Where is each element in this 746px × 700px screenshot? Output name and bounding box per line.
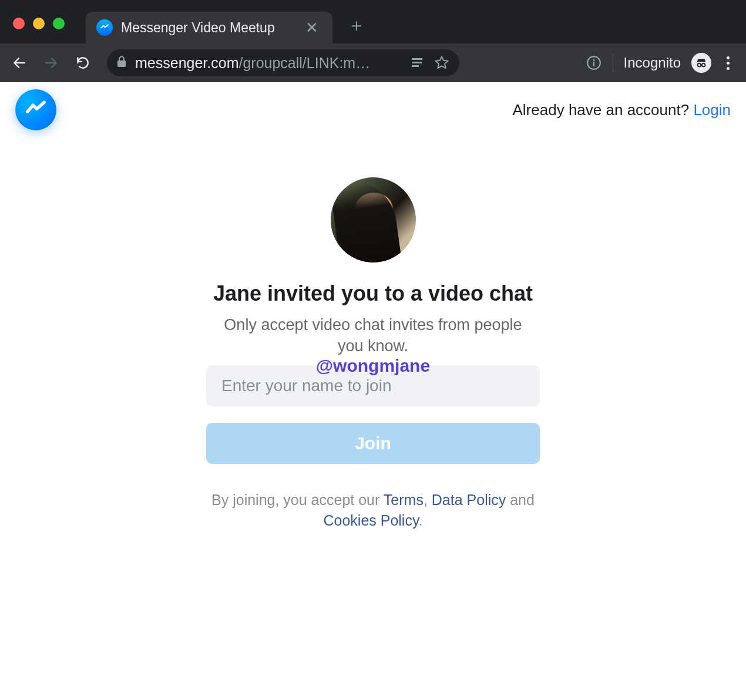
back-button[interactable] xyxy=(6,49,33,76)
watermark-text: @wongmjane xyxy=(316,356,430,376)
terms-link[interactable]: Terms xyxy=(384,492,424,508)
browser-tab[interactable]: Messenger Video Meetup ✕ xyxy=(86,12,332,43)
forward-button[interactable] xyxy=(38,49,65,76)
legal-prefix: By joining, you accept our xyxy=(211,492,384,508)
url-path: /groupcall/LINK:m… xyxy=(238,55,370,72)
svg-rect-1 xyxy=(412,58,422,60)
legal-sep2: and xyxy=(506,492,535,508)
address-bar[interactable]: messenger.com/groupcall/LINK:m… xyxy=(107,49,459,76)
site-info-icon[interactable] xyxy=(586,55,602,71)
window-controls xyxy=(0,7,78,29)
account-prompt-text: Already have an account? xyxy=(513,101,694,119)
data-policy-link[interactable]: Data Policy xyxy=(432,492,506,508)
titlebar: Messenger Video Meetup ✕ ＋ xyxy=(0,0,746,43)
arrow-right-icon xyxy=(43,55,59,70)
headline: Jane invited you to a video chat xyxy=(213,281,533,306)
new-tab-button[interactable]: ＋ xyxy=(332,14,381,38)
join-button[interactable]: Join xyxy=(206,423,540,464)
reload-button[interactable] xyxy=(69,49,96,76)
tab-title: Messenger Video Meetup xyxy=(121,20,294,36)
browser-menu-button[interactable] xyxy=(722,56,734,70)
legal-sep1: , xyxy=(424,492,432,508)
svg-point-7 xyxy=(698,63,701,67)
main-card: Jane invited you to a video chat Only ac… xyxy=(0,130,746,531)
url-text: messenger.com/groupcall/LINK:m… xyxy=(135,55,370,72)
bookmark-star-icon[interactable] xyxy=(434,55,450,71)
svg-point-5 xyxy=(593,59,594,61)
page-header: Already have an account? Login xyxy=(0,82,746,130)
browser-chrome: Messenger Video Meetup ✕ ＋ messenger.com… xyxy=(0,0,746,82)
toolbar-divider xyxy=(613,53,613,72)
arrow-left-icon xyxy=(12,55,27,70)
account-prompt: Already have an account? Login xyxy=(513,89,731,119)
legal-text: By joining, you accept our Terms, Data P… xyxy=(191,490,555,531)
window-close-button[interactable] xyxy=(13,18,25,29)
reader-mode-icon[interactable] xyxy=(409,55,425,71)
subhead: Only accept video chat invites from peop… xyxy=(220,314,526,357)
svg-rect-3 xyxy=(412,65,419,67)
legal-suffix: . xyxy=(419,512,423,529)
browser-toolbar: messenger.com/groupcall/LINK:m… Incognit… xyxy=(0,43,746,82)
messenger-favicon-icon xyxy=(96,19,113,36)
lock-icon xyxy=(116,56,127,70)
svg-rect-2 xyxy=(412,62,422,63)
svg-rect-6 xyxy=(593,62,594,66)
svg-rect-0 xyxy=(117,60,126,67)
toolbar-right: Incognito xyxy=(586,53,740,73)
svg-point-8 xyxy=(702,63,705,67)
incognito-label: Incognito xyxy=(624,55,681,71)
incognito-icon[interactable] xyxy=(691,53,711,73)
url-host: messenger.com xyxy=(135,55,238,72)
window-minimize-button[interactable] xyxy=(33,18,45,29)
login-link[interactable]: Login xyxy=(693,101,731,119)
page-content: Already have an account? Login Jane invi… xyxy=(0,82,746,700)
reload-icon xyxy=(75,55,90,70)
tab-close-button[interactable]: ✕ xyxy=(302,18,322,38)
messenger-logo-icon xyxy=(15,89,56,130)
window-maximize-button[interactable] xyxy=(53,18,65,29)
cookies-policy-link[interactable]: Cookies Policy xyxy=(323,512,418,529)
inviter-avatar xyxy=(331,177,416,262)
tab-strip: Messenger Video Meetup ✕ ＋ xyxy=(86,7,381,43)
